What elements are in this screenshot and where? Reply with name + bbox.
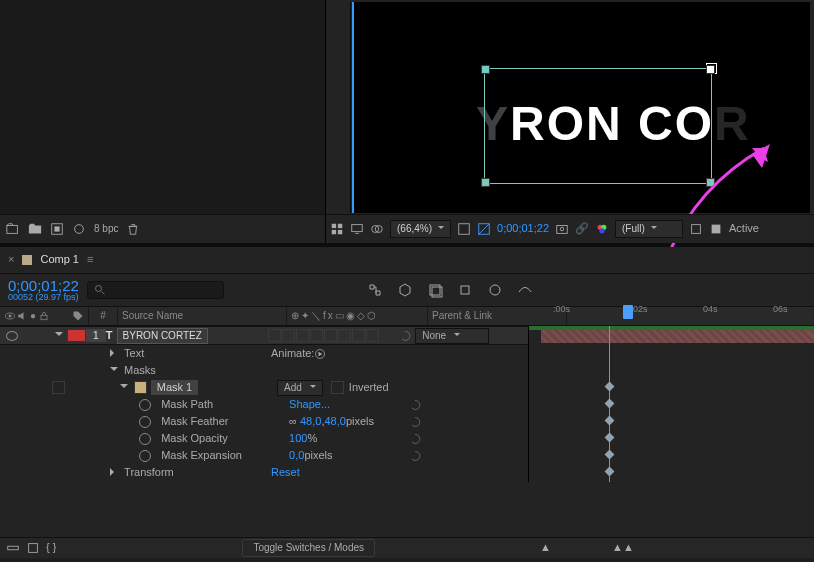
timeline-tracks[interactable]: [528, 326, 814, 482]
group-label: Transform: [124, 466, 174, 479]
solo-header-icon[interactable]: ●: [30, 310, 36, 322]
graph-icon[interactable]: [484, 279, 506, 301]
stopwatch-icon[interactable]: [139, 399, 151, 411]
lock-header-icon[interactable]: [38, 310, 50, 322]
expand-icon[interactable]: [6, 541, 20, 555]
parent-dropdown[interactable]: None: [415, 328, 489, 344]
panel-menu-icon[interactable]: ≡: [87, 253, 93, 266]
pickwhip-icon[interactable]: [399, 330, 411, 342]
group-masks-row[interactable]: Masks: [0, 362, 528, 379]
transparency-icon[interactable]: [477, 222, 491, 236]
mask-handle[interactable]: [706, 178, 715, 187]
timeline-search[interactable]: [87, 281, 225, 299]
layer-row[interactable]: 1 TBYRON CORTEZ None: [0, 326, 528, 345]
mask-name[interactable]: Mask 1: [151, 380, 198, 395]
close-tab-icon[interactable]: ×: [8, 253, 14, 266]
resolution-dropdown[interactable]: (Full): [615, 220, 683, 238]
monitor-icon[interactable]: [350, 222, 364, 236]
stopwatch-icon[interactable]: [139, 450, 151, 462]
toggle-switches-button[interactable]: Toggle Switches / Modes: [242, 539, 375, 557]
draft3d-icon[interactable]: [394, 279, 416, 301]
snapshot-icon[interactable]: [555, 222, 569, 236]
feather-y[interactable]: 48,0: [324, 415, 345, 428]
trash-icon[interactable]: [126, 222, 140, 236]
folder-sync-icon[interactable]: [6, 222, 20, 236]
expansion-value[interactable]: 0,0: [289, 449, 304, 462]
animate-menu-icon[interactable]: [314, 348, 326, 360]
zoom-dropdown[interactable]: (66,4%): [390, 220, 451, 238]
mask-feather-row[interactable]: Mask Feather ∞ 48,0,48,0 pixels: [0, 413, 528, 430]
search-icon: [94, 284, 106, 296]
visibility-header-icon[interactable]: [4, 310, 16, 322]
group-text-row[interactable]: Text Animate:: [0, 345, 528, 362]
keyframe-icon[interactable]: [605, 450, 615, 460]
mask-path-value[interactable]: Shape...: [289, 398, 330, 411]
grid-icon[interactable]: [330, 222, 344, 236]
stopwatch-icon[interactable]: [139, 416, 151, 428]
bracket-icon[interactable]: { }: [46, 541, 56, 555]
link-icon[interactable]: 🔗: [575, 222, 589, 236]
mask-toggle-icon[interactable]: [370, 222, 384, 236]
mask-handle[interactable]: [481, 178, 490, 187]
group-transform-row[interactable]: Transform Reset: [0, 464, 528, 481]
comp-color-swatch: [22, 255, 32, 265]
playhead-line: [352, 2, 354, 213]
pickwhip-icon[interactable]: [409, 450, 421, 462]
pickwhip-icon[interactable]: [409, 433, 421, 445]
feather-x[interactable]: 48,0: [300, 415, 321, 428]
zoom-slider-icon[interactable]: ▲▲: [612, 541, 634, 554]
twirl-icon[interactable]: [55, 328, 65, 343]
mask-mode-dropdown[interactable]: Add: [277, 380, 323, 396]
timeline-timecode[interactable]: 0;00;01;22: [8, 278, 79, 293]
shy-icon[interactable]: [514, 279, 536, 301]
settings-icon[interactable]: [72, 222, 86, 236]
layer-label-color[interactable]: [67, 329, 86, 342]
svg-point-25: [490, 285, 500, 295]
mask-bounds[interactable]: [484, 68, 712, 184]
visibility-toggle[interactable]: [6, 331, 18, 341]
mask-color-swatch[interactable]: [134, 381, 147, 394]
layer-name[interactable]: BYRON CORTEZ: [117, 328, 208, 344]
keyframe-icon[interactable]: [605, 416, 615, 426]
view-status[interactable]: Active: [729, 222, 759, 235]
bpc-label[interactable]: 8 bpc: [94, 223, 118, 235]
viewer-frame[interactable]: YRON COR: [352, 2, 810, 213]
viewer-timecode[interactable]: 0;00;01;22: [497, 222, 549, 235]
comp-flowchart-icon[interactable]: [364, 279, 386, 301]
folder-icon[interactable]: [28, 222, 42, 236]
sourcename-header[interactable]: Source Name: [118, 307, 287, 325]
keyframe-icon[interactable]: [605, 467, 615, 477]
mask-handle[interactable]: [481, 65, 490, 74]
inverted-checkbox[interactable]: [331, 381, 344, 394]
label-header-icon[interactable]: [72, 310, 84, 322]
motionblur-icon[interactable]: [454, 279, 476, 301]
keyframe-icon[interactable]: [605, 382, 615, 392]
mask-row[interactable]: Mask 1 AddInverted: [0, 379, 528, 396]
keyframe-icon[interactable]: [605, 433, 615, 443]
comp-tab-label[interactable]: Comp 1: [40, 253, 79, 266]
region-icon[interactable]: [689, 222, 703, 236]
constrain-icon[interactable]: ∞: [289, 415, 297, 428]
guides-icon[interactable]: [709, 222, 723, 236]
stopwatch-icon[interactable]: [139, 433, 151, 445]
pickwhip-icon[interactable]: [409, 416, 421, 428]
frameblend-icon[interactable]: [424, 279, 446, 301]
num-header[interactable]: #: [89, 307, 118, 325]
playhead-icon[interactable]: [623, 305, 633, 319]
mask-lock[interactable]: [52, 381, 65, 394]
transform-reset[interactable]: Reset: [271, 466, 300, 479]
mask-expansion-row[interactable]: Mask Expansion 0,0 pixels: [0, 447, 528, 464]
fit-icon[interactable]: [457, 222, 471, 236]
mask-path-row[interactable]: Mask Path Shape...: [0, 396, 528, 413]
mask-opacity-row[interactable]: Mask Opacity 100%: [0, 430, 528, 447]
audio-header-icon[interactable]: [16, 310, 28, 322]
layer-bar[interactable]: [541, 330, 814, 343]
keyframe-icon[interactable]: [605, 399, 615, 409]
new-comp-icon[interactable]: [50, 222, 64, 236]
render-icon[interactable]: [26, 541, 40, 555]
color-mgmt-icon[interactable]: [595, 222, 609, 236]
switches-header: ⊕✦＼fx▭◉◇⬡: [287, 307, 428, 325]
opacity-value[interactable]: 100: [289, 432, 307, 445]
mask-handle[interactable]: [706, 65, 715, 74]
pickwhip-icon[interactable]: [409, 399, 421, 411]
